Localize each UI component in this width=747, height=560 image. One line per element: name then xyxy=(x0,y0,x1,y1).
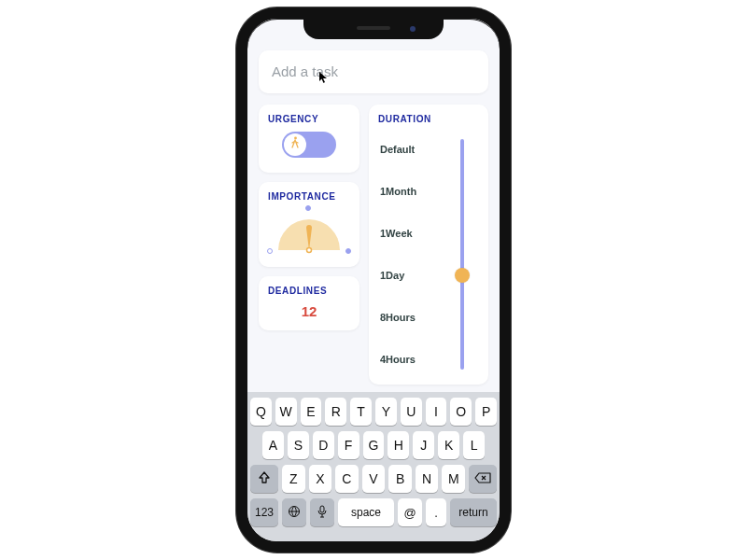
duration-option[interactable]: 4Hours xyxy=(380,354,416,365)
gauge-dot-low xyxy=(267,248,273,254)
add-task-input[interactable] xyxy=(272,63,475,79)
svg-point-1 xyxy=(307,248,312,253)
key-o[interactable]: O xyxy=(450,398,472,426)
deadlines-card: DEADLINES 12 xyxy=(259,276,359,330)
gauge-dot-mid xyxy=(305,205,311,211)
at-key[interactable]: @ xyxy=(398,498,422,526)
walk-icon xyxy=(289,136,301,153)
key-r[interactable]: R xyxy=(325,398,346,426)
slider-thumb[interactable] xyxy=(455,268,470,283)
key-d[interactable]: D xyxy=(313,431,334,459)
key-k[interactable]: K xyxy=(438,431,459,459)
key-a[interactable]: A xyxy=(262,431,284,459)
keyboard: QWERTYUIOP ASDFGHJKL ZXCVBNM 123 xyxy=(247,392,500,541)
gauge-dot-high xyxy=(345,248,351,254)
deadlines-value[interactable]: 12 xyxy=(268,303,350,319)
duration-title: DURATION xyxy=(378,114,479,124)
key-j[interactable]: J xyxy=(413,431,434,459)
duration-slider[interactable]: Default1Month1Week1Day8Hours4Hours xyxy=(380,135,473,373)
mic-icon xyxy=(317,505,327,521)
screen: URGENCY IMPORTANCE xyxy=(247,19,500,541)
duration-option[interactable]: Default xyxy=(380,144,415,155)
importance-title: IMPORTANCE xyxy=(268,191,350,202)
key-q[interactable]: Q xyxy=(250,398,272,426)
urgency-title: URGENCY xyxy=(268,114,350,124)
deadlines-title: DEADLINES xyxy=(268,286,350,296)
shift-key[interactable] xyxy=(250,465,278,493)
keyboard-row-1: QWERTYUIOP xyxy=(250,398,497,426)
key-y[interactable]: Y xyxy=(375,398,397,426)
globe-icon xyxy=(288,505,301,521)
add-task-card[interactable] xyxy=(259,50,488,93)
period-key[interactable]: . xyxy=(426,498,446,526)
keyboard-row-2: ASDFGHJKL xyxy=(250,431,497,459)
svg-point-0 xyxy=(294,137,297,140)
svg-rect-3 xyxy=(320,506,324,512)
urgency-card: URGENCY xyxy=(259,105,359,173)
keyboard-row-4: 123 space @ . return xyxy=(250,498,497,526)
backspace-key[interactable] xyxy=(469,465,497,493)
return-key[interactable]: return xyxy=(450,498,497,526)
key-t[interactable]: T xyxy=(350,398,372,426)
key-v[interactable]: V xyxy=(362,465,386,493)
duration-option[interactable]: 1Month xyxy=(380,186,416,197)
key-m[interactable]: M xyxy=(442,465,465,493)
key-z[interactable]: Z xyxy=(282,465,305,493)
main-columns: URGENCY IMPORTANCE xyxy=(259,105,488,385)
mic-key[interactable] xyxy=(310,498,334,526)
app-content: URGENCY IMPORTANCE xyxy=(247,19,500,392)
urgency-toggle[interactable] xyxy=(282,132,336,158)
duration-option[interactable]: 1Day xyxy=(380,270,404,281)
key-h[interactable]: H xyxy=(388,431,409,459)
duration-option[interactable]: 1Week xyxy=(380,228,413,239)
key-e[interactable]: E xyxy=(301,398,322,426)
key-i[interactable]: I xyxy=(426,398,447,426)
key-x[interactable]: X xyxy=(309,465,332,493)
stage: URGENCY IMPORTANCE xyxy=(0,0,747,560)
phone-frame: URGENCY IMPORTANCE xyxy=(236,7,511,553)
key-p[interactable]: P xyxy=(475,398,497,426)
numeric-key[interactable]: 123 xyxy=(250,498,278,526)
space-key[interactable]: space xyxy=(338,498,394,526)
importance-card: IMPORTANCE xyxy=(259,182,359,267)
duration-card: DURATION Default1Month1Week1Day8Hours4Ho… xyxy=(369,105,488,385)
slider-track xyxy=(460,139,464,370)
globe-key[interactable] xyxy=(282,498,306,526)
keyboard-row-3: ZXCVBNM xyxy=(250,465,497,493)
key-u[interactable]: U xyxy=(401,398,422,426)
backspace-icon xyxy=(474,471,491,486)
duration-option[interactable]: 8Hours xyxy=(380,312,416,323)
key-c[interactable]: C xyxy=(335,465,359,493)
key-l[interactable]: L xyxy=(463,431,485,459)
phone-notch xyxy=(303,17,444,39)
key-n[interactable]: N xyxy=(416,465,439,493)
key-b[interactable]: B xyxy=(388,465,412,493)
key-f[interactable]: F xyxy=(338,431,359,459)
left-column: URGENCY IMPORTANCE xyxy=(259,105,359,385)
key-g[interactable]: G xyxy=(363,431,385,459)
shift-icon xyxy=(259,471,270,487)
key-s[interactable]: S xyxy=(288,431,309,459)
toggle-knob xyxy=(284,133,306,156)
key-w[interactable]: W xyxy=(275,398,297,426)
importance-gauge[interactable] xyxy=(269,209,349,256)
